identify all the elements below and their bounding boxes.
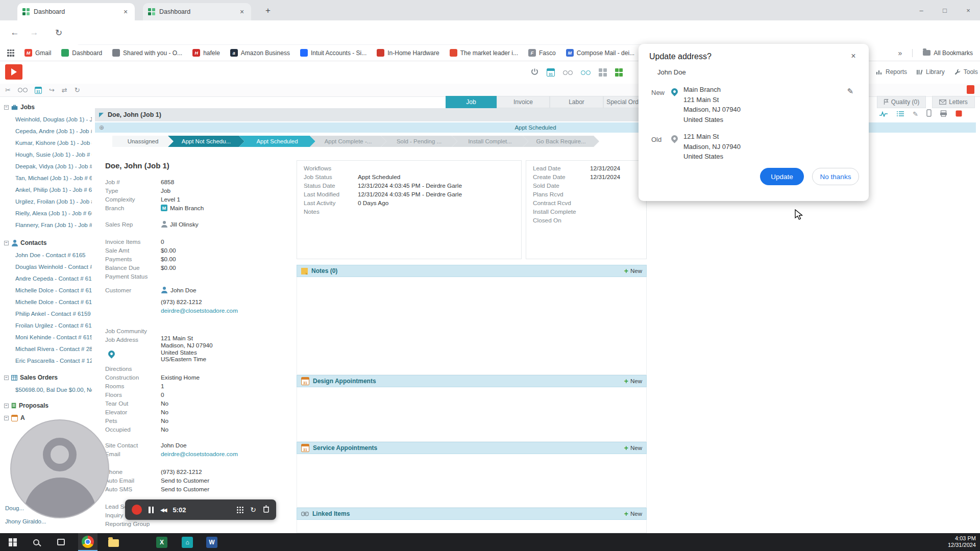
- job-item[interactable]: Rielly, Alexa (Job 1) - Job # 662...: [0, 207, 92, 219]
- contact-item[interactable]: Michelle Dolce - Contact # 616...: [0, 284, 92, 296]
- bookmarks-overflow-icon[interactable]: »: [898, 49, 902, 57]
- nav-reports[interactable]: Reports: [876, 68, 907, 76]
- task-view-button[interactable]: [51, 533, 70, 551]
- collapse-icon[interactable]: −: [4, 375, 9, 380]
- all-bookmarks-button[interactable]: All Bookmarks: [923, 49, 973, 57]
- workflow-step[interactable]: Go Back Require...: [523, 136, 599, 147]
- taskbar-clock[interactable]: 4:03 PM 12/31/2024: [948, 535, 976, 548]
- bookmark-item[interactable]: MGmail: [24, 49, 51, 57]
- contact-item[interactable]: Philip Ankel - Contact # 6159: [0, 308, 92, 319]
- contact-item[interactable]: Froilan Urgilez - Contact # 6158: [0, 319, 92, 331]
- workflow-step-current[interactable]: Appt Scheduled: [239, 136, 315, 147]
- new-tab-button[interactable]: +: [261, 4, 275, 17]
- bookmark-item[interactable]: Shared with you - O...: [112, 49, 182, 57]
- job-item[interactable]: Weinhold, Douglas (Job 1) - Jo...: [0, 113, 92, 125]
- job-item[interactable]: Kumar, Kishore (Job 1) - Job #...: [0, 137, 92, 148]
- section-header-linked-items[interactable]: Linked Items +New: [297, 508, 647, 520]
- tree-header-proposals[interactable]: − Proposals: [0, 399, 92, 412]
- bookmark-item[interactable]: In-Home Hardware: [377, 49, 439, 57]
- customer-phone[interactable]: (973) 822-1212: [161, 298, 202, 306]
- back-button[interactable]: ←: [6, 24, 23, 41]
- alert-badge[interactable]: [967, 85, 974, 94]
- browser-tab-2[interactable]: Dashboard ×: [143, 3, 251, 20]
- contact-item[interactable]: Moni Kehinde - Contact # 6157: [0, 331, 92, 343]
- sales-order-item[interactable]: $50698.00, Bal Due $0.00, Not...: [0, 384, 92, 395]
- job-item[interactable]: Hough, Susie (Job 1) - Job # 68...: [0, 148, 92, 160]
- collapse-icon[interactable]: −: [4, 105, 9, 110]
- tab-close-icon[interactable]: ×: [238, 8, 246, 16]
- job-item[interactable]: Cepeda, Andre (Job 1) - Job #...: [0, 125, 92, 137]
- reading-glasses-icon[interactable]: [563, 70, 573, 75]
- bookmark-item[interactable]: aAmazon Business: [230, 49, 290, 57]
- drag-handle-icon[interactable]: [237, 507, 243, 513]
- workflow-step[interactable]: Unassigned: [112, 136, 174, 147]
- reload-button[interactable]: ↻: [50, 24, 67, 41]
- redirect-arrow-icon[interactable]: ↪: [49, 86, 55, 94]
- contact-item[interactable]: Michelle Dolce - Contact # 616...: [0, 296, 92, 308]
- site-contact-email-link[interactable]: deirdre@closetstoadore.com: [161, 450, 238, 458]
- alert-square-icon[interactable]: [955, 110, 962, 119]
- delete-recording-icon[interactable]: [263, 505, 270, 515]
- pause-button[interactable]: [149, 507, 154, 513]
- maximize-button[interactable]: □: [933, 0, 957, 20]
- edit-address-pencil-icon[interactable]: ✎: [847, 87, 853, 96]
- workflow-step[interactable]: Sold - Pending ...: [381, 136, 457, 147]
- tab-close-icon[interactable]: ×: [121, 8, 130, 16]
- contact-item[interactable]: Andre Cepeda - Contact # 616...: [0, 272, 92, 284]
- glasses-icon[interactable]: [18, 88, 28, 92]
- taskbar-excel-button[interactable]: X: [152, 533, 172, 551]
- contact-item[interactable]: Eric Pascarella - Contact # 1229...: [0, 355, 92, 366]
- taskbar-word-button[interactable]: W: [202, 533, 222, 551]
- bookmark-item[interactable]: MCompose Mail - dei...: [566, 49, 634, 57]
- nav-library[interactable]: Library: [916, 68, 945, 76]
- workflow-step[interactable]: Appt Not Schedu...: [168, 136, 244, 147]
- calendar-31-icon[interactable]: 31: [35, 87, 42, 94]
- map-pin-icon[interactable]: [108, 350, 115, 359]
- customer-name[interactable]: John Doe: [170, 287, 197, 294]
- add-widget-icon[interactable]: [599, 68, 607, 77]
- record-stop-button[interactable]: [132, 505, 142, 515]
- job-item[interactable]: Deepak, Vidya (Job 1) - Job # 6...: [0, 160, 92, 172]
- tab-quality[interactable]: Quality (0): [877, 96, 926, 108]
- taskbar-chrome-button[interactable]: [78, 533, 97, 551]
- section-header-notes[interactable]: Notes (0) +New: [297, 265, 647, 277]
- forward-button[interactable]: →: [26, 24, 43, 41]
- collapse-icon[interactable]: −: [4, 416, 9, 420]
- tree-header-sales-orders[interactable]: − Sales Orders: [0, 371, 92, 384]
- site-contact-name[interactable]: John Doe: [161, 442, 187, 449]
- update-button[interactable]: Update: [760, 168, 804, 185]
- nav-tools[interactable]: Tools: [954, 68, 978, 76]
- sync-icon[interactable]: ↻: [75, 86, 80, 94]
- bookmark-item[interactable]: FFasco: [528, 49, 556, 57]
- workflow-step[interactable]: Appt Complete -...: [310, 136, 386, 147]
- add-new-button[interactable]: +New: [624, 377, 642, 385]
- workflows-label[interactable]: Workflows: [297, 165, 358, 172]
- mobile-phone-icon[interactable]: [926, 109, 932, 119]
- tab-letters[interactable]: Letters: [932, 96, 975, 108]
- bookmark-item[interactable]: Intuit Accounts - Si...: [300, 49, 366, 57]
- app-logo[interactable]: [5, 64, 22, 80]
- no-thanks-button[interactable]: No thanks: [812, 168, 859, 185]
- job-item[interactable]: Ankel, Philip (Job 1) - Job # 68...: [0, 184, 92, 195]
- job-item[interactable]: Flannery, Fran (Job 1) - Job # 6...: [0, 219, 92, 231]
- bookmark-item[interactable]: The market leader i...: [450, 49, 518, 57]
- tree-item-partial[interactable]: Jhony Giraldo...: [5, 518, 46, 524]
- job-item[interactable]: Urgilez, Froilan (Job 1) - Job #...: [0, 195, 92, 207]
- checklist-icon[interactable]: [896, 110, 904, 119]
- tab-labor[interactable]: Labor: [550, 96, 603, 108]
- contact-item[interactable]: Michael Rivera - Contact # 281...: [0, 343, 92, 355]
- contact-item[interactable]: John Doe - Contact # 6165: [0, 249, 92, 261]
- add-new-button[interactable]: +New: [624, 267, 642, 275]
- taskbar-file-explorer-button[interactable]: [104, 533, 123, 551]
- collapse-icon[interactable]: −: [4, 241, 9, 245]
- apps-plus-icon[interactable]: [615, 68, 623, 77]
- job-item[interactable]: Tan, Michael (Job 1) - Job # 68...: [0, 172, 92, 184]
- calendar-31-icon[interactable]: 31: [547, 68, 555, 77]
- webcam-overlay-bubble[interactable]: [10, 419, 109, 518]
- taskbar-teal-app-button[interactable]: ⌂: [178, 533, 197, 551]
- start-button[interactable]: [3, 533, 22, 551]
- bookmark-item[interactable]: Hhafele: [192, 49, 220, 57]
- activity-chart-icon[interactable]: [879, 110, 888, 119]
- apps-grid-icon[interactable]: [7, 49, 14, 57]
- tab-job[interactable]: Job: [446, 96, 497, 108]
